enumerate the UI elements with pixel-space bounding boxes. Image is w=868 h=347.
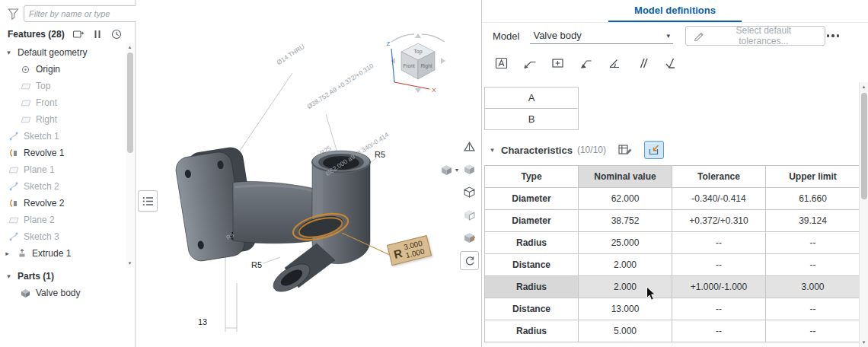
feature-tree-scrollbar[interactable]: ▲ ▼	[126, 43, 134, 268]
scroll-down-icon[interactable]: ▼	[126, 259, 134, 268]
rotate-view-icon[interactable]	[460, 251, 479, 270]
tree-item-right-plane[interactable]: Right	[0, 111, 135, 128]
tree-label: Right	[36, 114, 57, 125]
rollback-history-icon[interactable]	[110, 28, 123, 40]
tree-item-plane-1[interactable]: Plane 1	[0, 161, 135, 178]
rotate-left-arrow-icon[interactable]	[391, 34, 414, 42]
feature-list-toggle-button[interactable]	[138, 190, 158, 212]
cell-type: Radius	[485, 276, 579, 298]
tolerance-button-label: Select default tolerances...	[710, 25, 816, 46]
parts-section-header[interactable]: ▾ Parts (1)	[0, 268, 135, 285]
view-orientation-icon[interactable]	[460, 160, 479, 179]
angle-dimension-icon[interactable]	[605, 54, 624, 72]
characteristic-row-selected[interactable]: Radius 2.000 +1.000/-1.000 3.000	[485, 276, 860, 298]
plane-icon	[20, 100, 31, 107]
cell-type: Radius	[485, 232, 579, 254]
tree-item-extrude-1[interactable]: ▸ Extrude 1	[0, 245, 135, 262]
filter-input[interactable]	[24, 5, 143, 22]
cell-nominal: 13.000	[579, 298, 672, 320]
cell-upper-limit: 61.660	[766, 188, 860, 210]
cell-nominal: 5.000	[579, 320, 672, 342]
tree-label: Sketch 1	[24, 131, 59, 142]
section-view-icon[interactable]	[460, 137, 479, 156]
tree-label: Sketch 3	[24, 231, 59, 242]
cube-top-label: Top	[413, 49, 422, 55]
cube-right-arrow-icon[interactable]	[441, 58, 445, 64]
characteristic-row[interactable]: Radius 25.000 -- --	[485, 232, 860, 254]
cell-tolerance: --	[672, 298, 766, 320]
tree-label: Plane 1	[24, 164, 55, 175]
tree-label: Revolve 2	[24, 198, 64, 209]
cell-type: Diameter	[485, 210, 579, 232]
create-folder-icon[interactable]	[72, 28, 85, 40]
tree-item-sketch-2[interactable]: Sketch 2	[0, 178, 135, 195]
datum-leader-icon[interactable]	[577, 54, 595, 72]
tree-item-origin[interactable]: Origin	[0, 61, 135, 78]
note-icon[interactable]	[493, 54, 511, 72]
cube-up-arrow-icon[interactable]	[415, 33, 421, 38]
import-characteristics-icon[interactable]	[644, 141, 664, 159]
dimension-13-label[interactable]: 13	[198, 317, 207, 326]
tree-item-default-geometry[interactable]: ▾ Default geometry	[0, 44, 135, 61]
characteristic-row[interactable]: Radius 5.000 -- --	[485, 320, 860, 342]
callout-prefix: R	[392, 246, 404, 260]
tree-item-plane-2[interactable]: Plane 2	[0, 212, 135, 228]
hide-geometry-icon[interactable]	[460, 205, 479, 224]
filter-icon	[8, 8, 19, 20]
scroll-thumb[interactable]	[127, 53, 133, 153]
tree-item-top-plane[interactable]: Top	[0, 78, 135, 94]
cell-upper-limit: --	[766, 254, 860, 276]
leader-dimension-icon[interactable]	[521, 54, 539, 72]
3d-viewport[interactable]: Ø14 THRU Ø38.752 A9 +0.372/+0.310 R25 Ø6…	[136, 0, 481, 347]
edit-characteristics-icon[interactable]	[615, 141, 635, 159]
plane-icon	[8, 167, 19, 174]
tree-item-front-plane[interactable]: Front	[0, 94, 135, 111]
z-axis	[391, 49, 394, 82]
characteristic-row[interactable]: Diameter 62.000 -0.340/-0.414 61.660	[485, 188, 860, 210]
tree-item-valve-body-part[interactable]: Valve body	[0, 285, 135, 301]
parallelism-icon[interactable]	[633, 54, 652, 72]
appearance-icon[interactable]	[460, 228, 479, 247]
tree-item-revolve-1[interactable]: Revolve 1	[0, 145, 135, 161]
rotate-right-arrow-icon[interactable]	[422, 34, 445, 42]
datum-row-a[interactable]: A	[484, 87, 579, 109]
scroll-thumb[interactable]	[861, 93, 867, 199]
revolve-icon	[8, 199, 19, 208]
pause-rebuild-icon[interactable]	[92, 28, 103, 40]
characteristic-row[interactable]: Distance 13.000 -- --	[485, 298, 860, 320]
cell-type: Distance	[485, 298, 579, 320]
datum-list: A B	[484, 87, 579, 130]
cube-down-arrow-icon[interactable]	[415, 88, 421, 93]
tree-item-sketch-1[interactable]: Sketch 1	[0, 128, 135, 145]
scroll-up-icon[interactable]: ▲	[126, 43, 134, 52]
chevron-right-icon[interactable]: ▸	[3, 250, 11, 257]
collapse-section-icon[interactable]: ▾	[488, 146, 496, 154]
chevron-down-icon[interactable]: ▾	[5, 49, 13, 56]
select-default-tolerances-button[interactable]: Select default tolerances...	[685, 26, 825, 46]
display-mode-icon[interactable]	[460, 183, 479, 202]
chevron-down-icon[interactable]: ▾	[5, 272, 13, 280]
datum-row-b[interactable]: B	[484, 108, 579, 130]
model-definitions-tab[interactable]: Model definitions	[608, 0, 742, 22]
dimension-r5-bottom-label[interactable]: R5	[251, 260, 262, 269]
cell-tolerance: +1.000/-1.000	[672, 276, 766, 298]
model-select[interactable]: Valve body ▾	[530, 27, 673, 44]
cell-tolerance: +0.372/+0.310	[672, 210, 766, 232]
characteristic-row[interactable]: Distance 2.000 -- --	[485, 254, 860, 276]
viewport-toolbar	[460, 137, 479, 270]
view-cube[interactable]: Top Front Right Z X	[361, 29, 475, 105]
right-panel-scrollbar[interactable]: ▲ ▼	[859, 82, 868, 347]
plane-icon	[20, 116, 31, 123]
more-options-button[interactable]	[825, 30, 841, 42]
scroll-down-icon[interactable]: ▼	[860, 338, 868, 347]
tree-item-revolve-2[interactable]: Revolve 2	[0, 195, 135, 212]
surface-finish-icon[interactable]	[662, 54, 680, 72]
tree-item-sketch-3[interactable]: Sketch 3	[0, 228, 135, 245]
cad-app-window: Features (28) ▾ Default geometry Origin	[0, 0, 868, 347]
cell-type: Distance	[485, 254, 579, 276]
characteristic-row[interactable]: Diameter 38.752 +0.372/+0.310 39.124	[485, 210, 860, 232]
cube-front-label: Front	[403, 63, 414, 68]
scroll-up-icon[interactable]: ▲	[860, 82, 868, 91]
feature-control-frame-icon[interactable]	[549, 54, 567, 72]
dimension-r5-top-label[interactable]: R5	[375, 150, 385, 159]
